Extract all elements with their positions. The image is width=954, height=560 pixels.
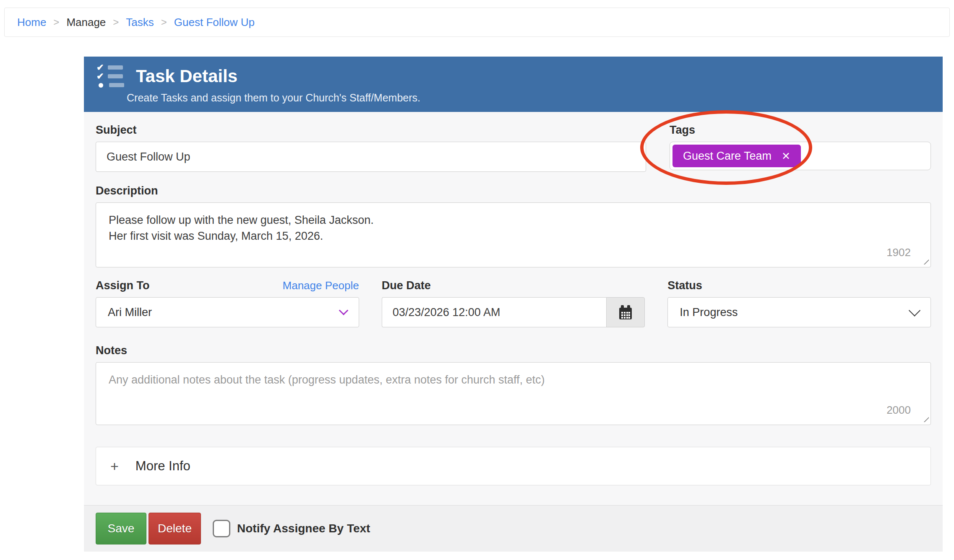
description-label: Description [96,184,931,197]
notes-textarea[interactable] [96,362,931,425]
check-icon: ✔ [96,73,104,79]
remove-tag-icon[interactable]: ✕ [782,151,790,161]
card-header: ✔ ✔ Task Details Create Tasks and assign… [84,57,943,112]
page: Home > Manage > Tasks > Guest Follow Up … [0,0,954,560]
bullet-icon [99,83,103,88]
tags-label: Tags [670,124,931,137]
page-subtitle: Create Tasks and assign them to your Chu… [127,92,420,104]
notes-char-counter: 2000 [886,404,911,417]
assign-to-value: Ari Miller [108,306,152,319]
calendar-icon [619,305,632,319]
breadcrumb-tasks[interactable]: Tasks [126,16,154,29]
chevron-down-icon [339,306,348,315]
description-char-counter: 1902 [886,246,911,259]
more-info-label: More Info [136,459,190,474]
delete-button[interactable]: Delete [149,513,201,544]
more-info-toggle[interactable]: + More Info [96,447,931,485]
subject-input[interactable] [96,142,646,172]
save-button[interactable]: Save [96,513,146,544]
plus-icon: + [110,458,119,474]
breadcrumb: Home > Manage > Tasks > Guest Follow Up [4,8,950,37]
due-date-label: Due Date [382,279,645,292]
due-date-input[interactable] [382,297,607,327]
card-body: Subject Tags Guest Care Team ✕ Desc [84,112,943,505]
check-icon: ✔ [96,65,104,70]
status-label: Status [667,279,931,292]
breadcrumb-current-task[interactable]: Guest Follow Up [174,16,255,29]
chevron-down-icon [909,305,920,316]
tag-chip: Guest Care Team ✕ [672,145,801,167]
tag-label: Guest Care Team [683,150,772,163]
card-footer: Save Delete Notify Assignee By Text [84,505,943,552]
assign-to-label: Assign To [96,279,150,292]
breadcrumb-separator: > [113,16,119,28]
status-value: In Progress [680,306,738,319]
assign-to-select[interactable]: Ari Miller [96,297,359,327]
subject-label: Subject [96,124,646,137]
task-list-icon: ✔ ✔ [96,65,124,88]
manage-people-link[interactable]: Manage People [283,279,359,292]
breadcrumb-separator: > [53,16,59,28]
breadcrumb-manage: Manage [66,16,106,29]
notes-label: Notes [96,344,931,357]
breadcrumb-separator: > [161,16,167,28]
notify-assignee-label: Notify Assignee By Text [237,522,370,535]
calendar-button[interactable] [606,297,645,327]
status-select[interactable]: In Progress [667,297,931,327]
page-title: Task Details [136,67,237,86]
task-details-card: ✔ ✔ Task Details Create Tasks and assign… [84,57,943,552]
breadcrumb-home[interactable]: Home [17,16,46,29]
notify-assignee-checkbox[interactable] [213,520,230,537]
tags-input[interactable]: Guest Care Team ✕ [670,142,931,170]
description-textarea[interactable]: Please follow up with the new guest, She… [96,202,931,267]
